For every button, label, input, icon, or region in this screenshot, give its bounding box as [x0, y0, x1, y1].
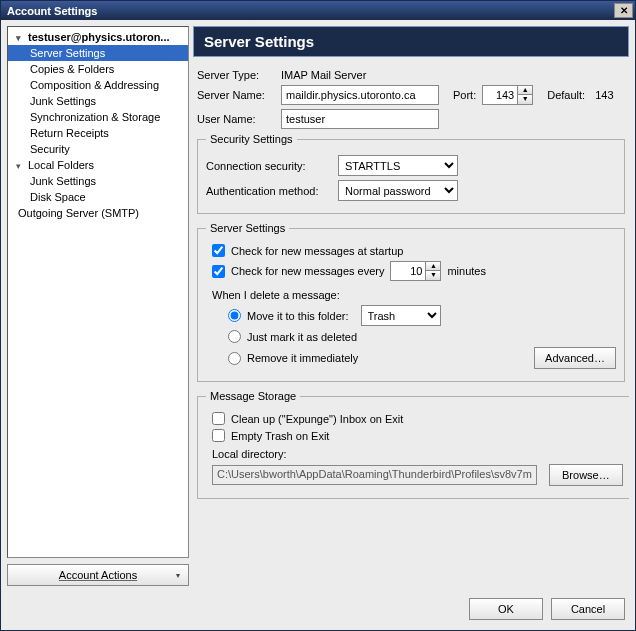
account-tree[interactable]: testuser@physics.utoron... Server Settin…	[7, 26, 189, 558]
check-every-checkbox[interactable]	[212, 265, 225, 278]
storage-legend: Message Storage	[206, 390, 300, 402]
check-startup-checkbox[interactable]	[212, 244, 225, 257]
user-name-label: User Name:	[197, 113, 275, 125]
security-legend: Security Settings	[206, 133, 297, 145]
auth-method-label: Authentication method:	[206, 185, 332, 197]
tree-junk-settings[interactable]: Junk Settings	[8, 93, 188, 109]
check-startup-label: Check for new messages at startup	[231, 245, 403, 257]
ok-button[interactable]: OK	[469, 598, 543, 620]
chevron-down-icon: ▾	[176, 571, 180, 580]
port-input[interactable]	[482, 85, 518, 105]
server-name-input[interactable]	[281, 85, 439, 105]
auth-method-select[interactable]: Normal password	[338, 180, 458, 201]
delete-move-radio[interactable]	[228, 309, 241, 322]
tree-lf-junk[interactable]: Junk Settings	[8, 173, 188, 189]
panel-title: Server Settings	[204, 33, 314, 50]
sidebar: testuser@physics.utoron... Server Settin…	[7, 26, 189, 586]
trash-folder-select[interactable]: Trash	[361, 305, 441, 326]
port-spinner[interactable]: ▲ ▼	[482, 85, 533, 105]
delete-move-label: Move it to this folder:	[247, 310, 349, 322]
cancel-button[interactable]: Cancel	[551, 598, 625, 620]
port-label: Port:	[453, 89, 476, 101]
local-dir-label: Local directory:	[212, 448, 287, 460]
tree-lf-disk[interactable]: Disk Space	[8, 189, 188, 205]
server-settings-group: Server Settings Check for new messages a…	[197, 222, 625, 382]
default-label: Default:	[547, 89, 585, 101]
delete-mark-label: Just mark it as deleted	[247, 331, 357, 343]
delete-mark-radio[interactable]	[228, 330, 241, 343]
conn-security-label: Connection security:	[206, 160, 332, 172]
delete-remove-radio[interactable]	[228, 352, 241, 365]
close-button[interactable]: ✕	[614, 3, 633, 18]
default-value: 143	[595, 89, 613, 101]
spin-down-icon[interactable]: ▼	[518, 95, 532, 104]
server-legend: Server Settings	[206, 222, 289, 234]
delete-label: When I delete a message:	[212, 289, 340, 301]
check-every-prefix: Check for new messages every	[231, 265, 384, 277]
tree-server-settings[interactable]: Server Settings	[8, 45, 188, 61]
account-actions-label: Account Actions	[59, 569, 137, 581]
account-settings-window: Account Settings ✕ testuser@physics.utor…	[0, 0, 636, 631]
advanced-button[interactable]: Advanced…	[534, 347, 616, 369]
security-settings-group: Security Settings Connection security: S…	[197, 133, 625, 214]
server-type-label: Server Type:	[197, 69, 275, 81]
browse-button[interactable]: Browse…	[549, 464, 623, 486]
delete-remove-label: Remove it immediately	[247, 352, 358, 364]
spin-down-icon[interactable]: ▼	[426, 271, 440, 280]
tree-composition-addressing[interactable]: Composition & Addressing	[8, 77, 188, 93]
local-dir-value: C:\Users\bworth\AppData\Roaming\Thunderb…	[212, 465, 537, 485]
check-every-suffix: minutes	[447, 265, 486, 277]
server-name-label: Server Name:	[197, 89, 275, 101]
conn-security-select[interactable]: STARTTLS	[338, 155, 458, 176]
account-actions-button[interactable]: Account Actions ▾	[7, 564, 189, 586]
tree-sync-storage[interactable]: Synchronization & Storage	[8, 109, 188, 125]
expunge-label: Clean up ("Expunge") Inbox on Exit	[231, 413, 403, 425]
tree-copies-folders[interactable]: Copies & Folders	[8, 61, 188, 77]
check-every-spinner[interactable]: ▲ ▼	[390, 261, 441, 281]
titlebar: Account Settings ✕	[1, 1, 635, 20]
window-title: Account Settings	[7, 5, 97, 17]
main-panel: Server Settings Server Type: IMAP Mail S…	[193, 26, 629, 586]
empty-trash-label: Empty Trash on Exit	[231, 430, 329, 442]
spin-up-icon[interactable]: ▲	[426, 262, 440, 271]
close-icon: ✕	[620, 5, 628, 16]
spin-up-icon[interactable]: ▲	[518, 86, 532, 95]
panel-header: Server Settings	[193, 26, 629, 57]
tree-smtp[interactable]: Outgoing Server (SMTP)	[8, 205, 188, 221]
message-storage-group: Message Storage Clean up ("Expunge") Inb…	[197, 390, 629, 499]
tree-return-receipts[interactable]: Return Receipts	[8, 125, 188, 141]
tree-account[interactable]: testuser@physics.utoron...	[8, 29, 188, 45]
expunge-checkbox[interactable]	[212, 412, 225, 425]
server-type-value: IMAP Mail Server	[281, 69, 366, 81]
user-name-input[interactable]	[281, 109, 439, 129]
tree-local-folders[interactable]: Local Folders	[8, 157, 188, 173]
dialog-footer: OK Cancel	[1, 592, 635, 630]
check-every-input[interactable]	[390, 261, 426, 281]
empty-trash-checkbox[interactable]	[212, 429, 225, 442]
tree-security[interactable]: Security	[8, 141, 188, 157]
